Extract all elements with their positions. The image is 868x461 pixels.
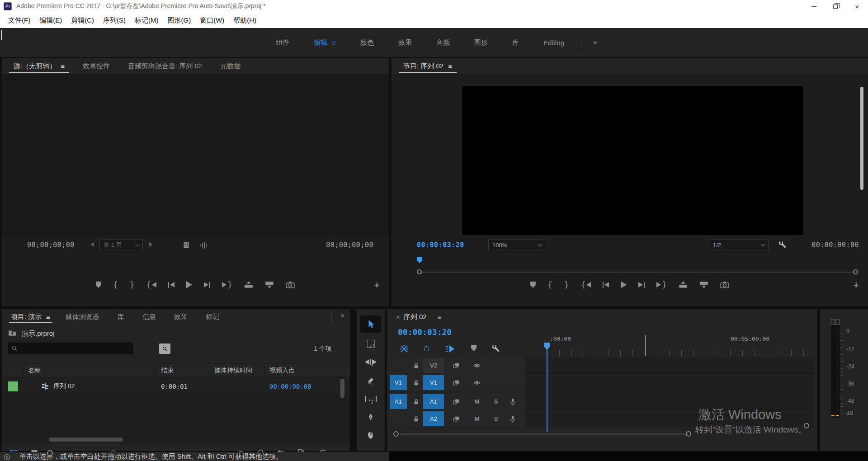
- track-select-tool[interactable]: →: [357, 335, 385, 352]
- tab-media-browser[interactable]: 媒体浏览器: [57, 309, 108, 325]
- scrollbar-zoom-handle-left[interactable]: [393, 431, 399, 437]
- panel-menu-icon[interactable]: ≡: [438, 313, 442, 321]
- settings-wrench-icon[interactable]: [778, 240, 787, 249]
- tab-libraries[interactable]: 库: [108, 309, 133, 325]
- panel-overflow-icon[interactable]: »: [340, 311, 344, 320]
- track-solo-button[interactable]: S: [491, 410, 501, 427]
- program-current-timecode[interactable]: 00:00:03:20: [417, 241, 464, 249]
- pen-tool[interactable]: [357, 409, 385, 425]
- tab-source-monitor[interactable]: 源:（无剪辑）≡: [5, 58, 74, 74]
- go-to-in-icon[interactable]: {: [581, 281, 591, 289]
- workspace-tab-editing-en[interactable]: Editing: [531, 39, 576, 47]
- menu-marker[interactable]: 标记(M): [130, 16, 163, 25]
- track-target-a2[interactable]: A2: [423, 411, 444, 426]
- table-row-sequence-02[interactable]: 序列 02 0:00:01 00:00:00:00: [2, 378, 350, 395]
- seek-handle-right-icon[interactable]: [853, 269, 858, 274]
- zoom-slider-knob[interactable]: [47, 450, 53, 456]
- workspace-tab-color[interactable]: 颜色: [348, 38, 386, 47]
- menu-file[interactable]: 文件(F): [4, 16, 35, 25]
- column-header-end[interactable]: 结束: [161, 364, 174, 377]
- track-visibility-button[interactable]: [471, 374, 483, 391]
- export-frame-icon[interactable]: [720, 281, 729, 289]
- export-frame-icon[interactable]: [286, 281, 295, 289]
- tab-program-monitor[interactable]: 节目: 序列 02≡: [394, 58, 461, 74]
- drag-video-icon[interactable]: [183, 241, 190, 249]
- workspace-overflow-icon[interactable]: »: [586, 38, 604, 47]
- tab-audio-clip-mixer[interactable]: 音频剪辑混合器: 序列 02: [119, 58, 211, 74]
- track-lane-v1[interactable]: [525, 374, 814, 391]
- tab-markers[interactable]: 标记: [197, 309, 228, 325]
- workspace-menu-icon[interactable]: ≡: [332, 39, 336, 47]
- program-seek-track[interactable]: [420, 272, 854, 273]
- timeline-playhead-line[interactable]: [547, 349, 547, 432]
- page-selector-dropdown[interactable]: 第 1 页: [99, 240, 143, 250]
- track-lane-a1[interactable]: [525, 393, 814, 410]
- play-icon[interactable]: [621, 281, 627, 288]
- linked-selection-icon[interactable]: [446, 344, 455, 353]
- breadcrumb[interactable]: 演示.prproj: [22, 329, 55, 338]
- close-button[interactable]: ×: [846, 0, 868, 13]
- menu-graphics[interactable]: 图形(G): [163, 16, 195, 25]
- workspace-tab-effects[interactable]: 效果: [386, 38, 424, 47]
- label-color-swatch[interactable]: [8, 381, 18, 391]
- menu-window[interactable]: 窗口(W): [195, 16, 229, 25]
- row-video-in[interactable]: 00:00:00:00: [269, 378, 311, 395]
- snap-magnet-icon[interactable]: ∩: [423, 343, 429, 353]
- slip-tool[interactable]: ↔: [357, 390, 385, 407]
- go-to-out-icon[interactable]: }: [222, 281, 232, 289]
- panel-menu-icon[interactable]: ≡: [448, 62, 452, 70]
- search-bin-button[interactable]: [159, 343, 170, 354]
- mark-in-icon[interactable]: {: [113, 281, 118, 289]
- overwrite-icon[interactable]: [265, 281, 274, 289]
- list-horizontal-scrollbar[interactable]: [49, 437, 123, 442]
- panel-menu-icon[interactable]: ≡: [61, 62, 65, 70]
- tab-sequence-02[interactable]: 序列 02: [404, 313, 427, 321]
- search-input[interactable]: [8, 343, 133, 354]
- drag-audio-icon[interactable]: [200, 241, 208, 249]
- program-video-frame[interactable]: [462, 86, 803, 235]
- workspace-tab-libraries[interactable]: 库: [500, 38, 531, 47]
- program-playhead-marker[interactable]: [417, 257, 422, 263]
- scrollbar-zoom-handle-right[interactable]: [686, 431, 691, 437]
- play-icon[interactable]: [186, 281, 192, 288]
- step-back-icon[interactable]: [603, 282, 609, 288]
- playback-resolution-dropdown[interactable]: 1/2: [709, 240, 769, 250]
- voiceover-record-button[interactable]: [507, 410, 518, 427]
- step-forward-icon[interactable]: [638, 282, 645, 288]
- go-to-out-icon[interactable]: }: [656, 281, 667, 289]
- step-back-icon[interactable]: [168, 282, 175, 288]
- column-header-video-in[interactable]: 视频入点: [269, 364, 295, 377]
- vertical-scrollbar-handle[interactable]: [804, 423, 809, 428]
- track-mute-button[interactable]: M: [472, 410, 482, 427]
- folder-up-icon[interactable]: [8, 329, 16, 337]
- minimize-button[interactable]: [803, 0, 825, 13]
- page-prev-icon[interactable]: [90, 242, 94, 247]
- tab-project[interactable]: 项目: 演示≡: [5, 309, 57, 325]
- restore-button[interactable]: [825, 0, 846, 13]
- workspace-tab-editing-active[interactable]: 编辑≡: [302, 38, 348, 47]
- menu-help[interactable]: 帮助(H): [229, 16, 261, 25]
- track-solo-button[interactable]: S: [491, 393, 501, 410]
- track-sync-lock-button[interactable]: [450, 410, 462, 427]
- track-target-a1[interactable]: A1: [423, 394, 444, 409]
- panel-menu-icon[interactable]: ≡: [46, 313, 50, 321]
- track-sync-lock-button[interactable]: [450, 357, 462, 374]
- seek-handle-left-icon[interactable]: [417, 269, 422, 274]
- timeline-current-timecode[interactable]: 00:00:03:20: [398, 327, 452, 337]
- workspace-tab-audio[interactable]: 音频: [424, 38, 462, 47]
- menu-sequence[interactable]: 序列(S): [99, 16, 130, 25]
- workspace-tab-graphics[interactable]: 图形: [462, 38, 500, 47]
- add-marker-icon[interactable]: [96, 282, 101, 288]
- razor-tool[interactable]: [357, 372, 385, 389]
- timeline-ruler[interactable]: :00:00 00:05:00:00: [525, 334, 814, 357]
- page-next-icon[interactable]: [149, 242, 153, 247]
- zoom-level-dropdown[interactable]: 100%: [488, 240, 545, 250]
- track-lock-button[interactable]: [411, 393, 421, 410]
- mark-out-icon[interactable]: }: [564, 281, 569, 289]
- step-forward-icon[interactable]: [204, 282, 210, 288]
- track-lock-button[interactable]: [411, 374, 421, 391]
- add-marker-icon[interactable]: [530, 282, 536, 288]
- ripple-edit-tool[interactable]: [357, 354, 385, 370]
- selection-tool[interactable]: [357, 315, 385, 334]
- close-tab-icon[interactable]: ×: [390, 313, 404, 321]
